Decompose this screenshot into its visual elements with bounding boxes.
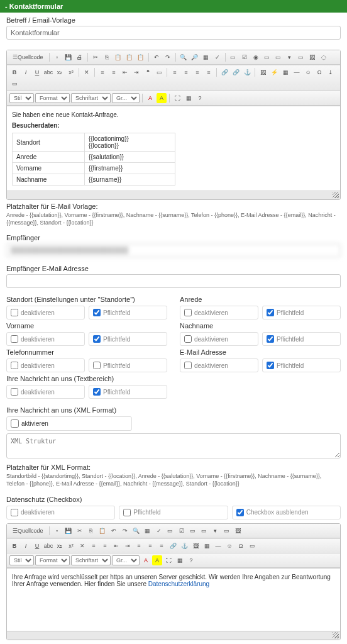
radio-icon[interactable]: ◉ xyxy=(251,52,261,62)
privacy-body[interactable]: Ihre Anfrage wird verschlüsselt per http… xyxy=(7,568,340,631)
required-checkbox[interactable] xyxy=(267,362,274,369)
field-title: Standort (Einstellungen unter "Standorte… xyxy=(6,296,167,303)
field-title: Ihre Nachricht an uns (Textbereich) xyxy=(6,375,167,382)
button-icon[interactable]: ▭ xyxy=(296,52,306,62)
subject-label: Betreff / Email-Vorlage xyxy=(6,16,341,24)
source-button[interactable]: ☰ Quellcode xyxy=(9,526,47,536)
required-checkbox[interactable] xyxy=(93,335,101,343)
deactivate-checkbox[interactable] xyxy=(11,335,18,343)
xml-activate-checkbox[interactable] xyxy=(11,419,19,428)
privacy-hide-checkbox[interactable] xyxy=(236,509,244,516)
aligncenter-icon[interactable]: ≡ xyxy=(181,67,191,77)
outdent-icon[interactable]: ⇤ xyxy=(120,67,130,77)
source-button[interactable]: ☰ Quellcode xyxy=(9,52,47,62)
paste-text-icon[interactable]: 📋 xyxy=(124,52,135,62)
indent-icon[interactable]: ⇥ xyxy=(131,67,141,77)
privacy-link[interactable]: Datenschutzerklärung xyxy=(148,580,209,587)
required-checkbox[interactable] xyxy=(93,362,101,369)
anchor-icon[interactable]: ⚓ xyxy=(242,67,252,77)
undo-icon[interactable]: ↶ xyxy=(151,52,162,62)
required-checkbox[interactable] xyxy=(267,335,274,343)
spellcheck-icon[interactable]: ✓ xyxy=(212,52,223,62)
link-icon[interactable]: 🔗 xyxy=(219,67,229,77)
copy-icon[interactable]: ⎘ xyxy=(102,52,112,62)
deactivate-checkbox[interactable] xyxy=(184,362,192,369)
bgcolor-icon[interactable]: A xyxy=(157,93,167,103)
size-select[interactable]: Gr... xyxy=(112,93,140,103)
paste-icon[interactable]: 📋 xyxy=(113,52,123,62)
unlink-icon[interactable]: 🔗 xyxy=(231,67,241,77)
print-icon[interactable]: 🖨 xyxy=(75,52,85,62)
underline-icon[interactable]: U xyxy=(32,67,42,77)
page-header: - Kontaktformular xyxy=(0,0,347,13)
editor-toolbar-3: Stil Format Schriftart Gr... A A ⛶ ▦ ? xyxy=(7,91,340,106)
editor-body[interactable]: Sie haben eine neue Kontakt-Anfrage. Bes… xyxy=(7,106,340,191)
xml-textarea[interactable] xyxy=(6,433,341,458)
alignright-icon[interactable]: ≡ xyxy=(192,67,202,77)
image-button-icon[interactable]: 🖼 xyxy=(307,52,317,62)
font-select[interactable]: Schriftart xyxy=(71,93,111,103)
deactivate-checkbox[interactable] xyxy=(11,388,18,396)
pagebreak-icon[interactable]: ⤓ xyxy=(326,67,336,77)
deactivate-checkbox[interactable] xyxy=(11,309,18,316)
form-icon[interactable]: ▭ xyxy=(228,52,238,62)
hr-icon[interactable]: — xyxy=(292,67,302,77)
style-select[interactable]: Stil xyxy=(9,93,34,103)
table-icon[interactable]: ▦ xyxy=(280,67,290,77)
image-icon[interactable]: 🖼 xyxy=(258,67,268,77)
about-icon[interactable]: ? xyxy=(195,93,205,103)
smiley-icon[interactable]: ☺ xyxy=(303,67,313,77)
superscript-icon[interactable]: x² xyxy=(66,67,76,77)
alignleft-icon[interactable]: ≡ xyxy=(170,67,180,77)
textcolor-icon[interactable]: A xyxy=(145,93,155,103)
visitor-label: Besucherdaten: xyxy=(12,122,335,129)
deactivate-checkbox[interactable] xyxy=(184,309,192,316)
bullist-icon[interactable]: ≡ xyxy=(109,67,119,77)
subscript-icon[interactable]: x₂ xyxy=(55,67,65,77)
cut-icon[interactable]: ✂ xyxy=(91,52,101,62)
format-select[interactable]: Format xyxy=(35,93,70,103)
recipient-email-input[interactable] xyxy=(6,274,341,288)
email-template-editor: ☰ Quellcode ▫ 💾 🖨 ✂ ⎘ 📋 📋 📋 ↶ ↷ 🔍 🔎 ▦ ✓ … xyxy=(6,50,341,200)
save-icon[interactable]: 💾 xyxy=(63,52,74,62)
find-icon[interactable]: 🔍 xyxy=(179,52,189,62)
paste-word-icon[interactable]: 📋 xyxy=(136,52,146,62)
div-icon[interactable]: ▭ xyxy=(154,67,164,77)
new-icon[interactable]: ▫ xyxy=(52,52,62,62)
privacy-deact-checkbox[interactable] xyxy=(11,509,18,516)
deactivate-checkbox[interactable] xyxy=(184,335,192,343)
quote-icon[interactable]: ❝ xyxy=(143,67,153,77)
justify-icon[interactable]: ≡ xyxy=(204,67,214,77)
iframe-icon[interactable]: ▭ xyxy=(9,79,19,89)
checkbox-icon[interactable]: ☑ xyxy=(240,52,250,62)
required-checkbox[interactable] xyxy=(267,309,274,316)
xml-title: Ihre Nachricht an uns (XML Format) xyxy=(6,406,341,414)
field-title: Vorname xyxy=(6,322,167,330)
removeformat-icon[interactable]: ✕ xyxy=(82,67,92,77)
selectall-icon[interactable]: ▦ xyxy=(201,52,211,62)
maximize-icon[interactable]: ⛶ xyxy=(172,93,182,103)
required-checkbox[interactable] xyxy=(93,309,101,316)
bold-icon[interactable]: B xyxy=(9,67,19,77)
privacy-required-checkbox[interactable] xyxy=(123,509,131,516)
select-icon[interactable]: ▾ xyxy=(285,52,295,62)
resize-handle[interactable] xyxy=(333,192,339,198)
textarea-icon[interactable]: ▭ xyxy=(273,52,284,62)
field-title: E-Mail Adresse xyxy=(180,348,341,356)
italic-icon[interactable]: I xyxy=(21,67,31,77)
replace-icon[interactable]: 🔎 xyxy=(190,52,200,62)
showblocks-icon[interactable]: ▦ xyxy=(184,93,194,103)
deactivate-checkbox[interactable] xyxy=(11,362,18,369)
numlist-icon[interactable]: ≡ xyxy=(97,67,107,77)
subject-input[interactable] xyxy=(6,26,341,40)
recipient-input[interactable] xyxy=(6,243,341,257)
textfield-icon[interactable]: ▭ xyxy=(262,52,272,62)
strike-icon[interactable]: abc xyxy=(43,67,53,77)
resize-handle[interactable] xyxy=(333,632,339,638)
flash-icon[interactable]: ⚡ xyxy=(269,67,279,77)
required-checkbox[interactable] xyxy=(93,388,101,396)
page-title: - Kontaktformular xyxy=(5,3,63,10)
redo-icon[interactable]: ↷ xyxy=(163,52,173,62)
specialchar-icon[interactable]: Ω xyxy=(314,67,324,77)
hidden-icon[interactable]: ◌ xyxy=(319,52,329,62)
